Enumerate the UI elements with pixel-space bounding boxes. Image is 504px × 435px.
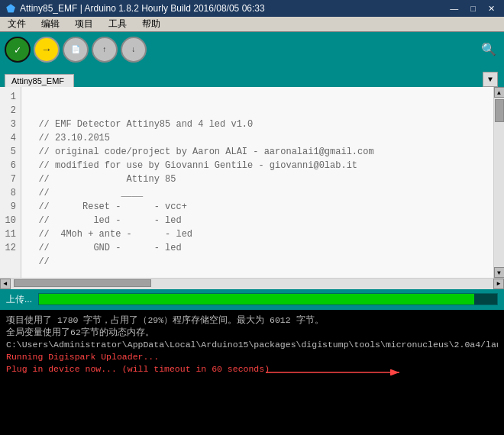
menu-bar: 文件 编辑 项目 工具 帮助 xyxy=(0,17,504,32)
console-line-2: 全局变量使用了62字节的动态内存。 xyxy=(6,327,498,339)
menu-project[interactable]: 项目 xyxy=(72,18,96,31)
scroll-thumb[interactable] xyxy=(495,99,504,122)
tab-label: Attiny85_EMF xyxy=(11,76,64,85)
new-button[interactable]: 📄 xyxy=(63,37,89,63)
progress-track xyxy=(38,293,498,305)
verify-button[interactable]: ✓ xyxy=(5,37,31,63)
line-numbers: 1 2 3 4 5 6 7 8 9 10 11 12 xyxy=(0,87,21,278)
minimize-button[interactable]: — xyxy=(447,4,461,14)
toolbar: ✓ → 📄 ↑ ↓ 🔍 xyxy=(0,32,504,67)
console-line-4: Running Digispark Uploader... xyxy=(6,351,498,363)
console-line-1: 项目使用了 1780 字节，占用了（29%）程序存储空间。最大为 6012 字节… xyxy=(6,314,498,327)
menu-file[interactable]: 文件 xyxy=(5,18,29,31)
code-editor[interactable]: // EMF Detector Attiny85 and 4 led v1.0 … xyxy=(21,87,493,278)
menu-tools[interactable]: 工具 xyxy=(105,18,130,31)
tab-dropdown[interactable]: ▼ xyxy=(483,72,498,87)
title-bar-left: ⬟ Attiny85_EMF | Arduino 1.8.2 Hourly Bu… xyxy=(6,2,265,14)
horizontal-scrollbar[interactable]: ◄ ► xyxy=(0,278,504,288)
vertical-scrollbar[interactable]: ▲ ▼ xyxy=(493,87,504,278)
progress-fill xyxy=(39,294,474,304)
menu-edit[interactable]: 编辑 xyxy=(38,18,63,31)
window-title: Attiny85_EMF | Arduino 1.8.2 Hourly Buil… xyxy=(20,3,265,14)
open-button[interactable]: ↑ xyxy=(92,37,118,63)
scroll-left-arrow[interactable]: ◄ xyxy=(0,279,11,289)
title-bar: ⬟ Attiny85_EMF | Arduino 1.8.2 Hourly Bu… xyxy=(0,0,504,17)
title-bar-controls: — □ ✕ xyxy=(447,4,498,14)
console-area: 项目使用了 1780 字节，占用了（29%）程序存储空间。最大为 6012 字节… xyxy=(0,310,504,435)
editor-area: 1 2 3 4 5 6 7 8 9 10 11 12 // EMF Detect… xyxy=(0,87,504,278)
scroll-down-arrow[interactable]: ▼ xyxy=(494,267,505,278)
close-button[interactable]: ✕ xyxy=(485,4,498,14)
save-button[interactable]: ↓ xyxy=(121,37,147,63)
editor-tab[interactable]: Attiny85_EMF xyxy=(5,74,74,87)
upload-label: 上传... xyxy=(6,293,32,306)
upload-bar: 上传... xyxy=(0,288,504,310)
upload-button[interactable]: → xyxy=(34,37,60,63)
maximize-button[interactable]: □ xyxy=(467,4,479,14)
app-icon: ⬟ xyxy=(6,2,15,14)
red-arrow-indicator xyxy=(258,365,411,375)
scroll-up-arrow[interactable]: ▲ xyxy=(494,87,505,98)
console-line-5: Plug in device now... (will timeout in 6… xyxy=(6,363,498,375)
menu-help[interactable]: 帮助 xyxy=(139,18,163,31)
tab-area: Attiny85_EMF ▼ xyxy=(0,67,504,87)
h-scroll-thumb[interactable] xyxy=(14,279,151,287)
scroll-right-arrow[interactable]: ► xyxy=(493,279,504,289)
console-line-3: C:\Users\Administrator\AppData\Local\Ard… xyxy=(6,339,498,351)
search-button[interactable]: 🔍 xyxy=(478,39,499,60)
h-scroll-track[interactable] xyxy=(11,279,493,289)
